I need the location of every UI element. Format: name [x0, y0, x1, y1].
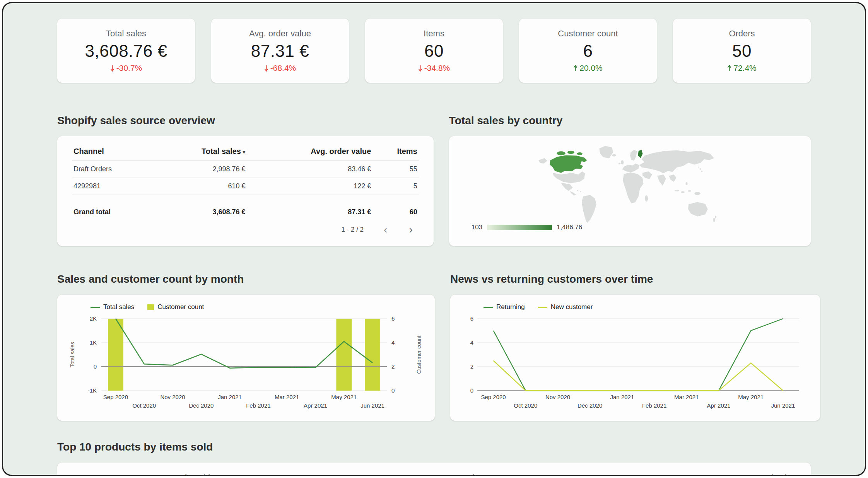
sales-source-card: Channel Total sales▾ Avg. order value It…: [57, 136, 434, 246]
bar-swatch-icon: [147, 304, 154, 310]
new-vs-returning-section: News vs returning customers over time Re…: [450, 273, 820, 421]
svg-text:Sep 2020: Sep 2020: [103, 394, 128, 400]
kpi-label: Items: [424, 29, 444, 39]
svg-text:1K: 1K: [90, 339, 97, 346]
new-vs-returning-line-chart: 6420Sep 2020Oct 2020Nov 2020Dec 2020Jan …: [461, 314, 809, 411]
kpi-label: Total sales: [106, 29, 146, 39]
pagination-next-button[interactable]: ›: [407, 224, 414, 235]
map-color-legend: 103 1,486.76: [472, 224, 583, 231]
kpi-delta: -30.7%: [110, 63, 142, 73]
kpi-delta: -34.8%: [418, 63, 450, 73]
sales-customer-month-title: Sales and customer count by month: [57, 273, 435, 285]
column-header-total-sales[interactable]: Total sales▾: [154, 142, 247, 161]
world-map: [502, 142, 757, 226]
line-swatch-icon: [91, 307, 100, 308]
svg-text:Feb 2021: Feb 2021: [642, 402, 666, 409]
svg-text:Jun 2021: Jun 2021: [771, 402, 795, 409]
svg-text:0: 0: [94, 363, 97, 370]
top-products-title: Top 10 products by items sold: [57, 441, 811, 453]
returning-line-swatch-icon: [484, 307, 493, 308]
svg-text:May 2021: May 2021: [738, 394, 764, 400]
svg-text:Apr 2021: Apr 2021: [707, 402, 731, 409]
kpi-card-total-sales: Total sales 3,608.76 € -30.7%: [57, 19, 195, 83]
kpi-label: Avg. order value: [249, 29, 311, 39]
kpi-card-avg-order-value: Avg. order value 87.31 € -68.4%: [211, 19, 349, 83]
arrow-down-icon: [418, 65, 422, 72]
svg-text:Feb 2021: Feb 2021: [246, 402, 270, 409]
svg-text:Dec 2020: Dec 2020: [578, 402, 602, 409]
legend-customer-count: Customer count: [147, 303, 204, 311]
svg-text:2: 2: [470, 363, 473, 370]
kpi-delta: 20.0%: [573, 63, 603, 73]
line-chart-card: Returning New customer 6420Sep 2020Oct 2…: [450, 295, 820, 421]
top-products-card: Image Product title Orders▾ Items Total …: [57, 463, 811, 476]
svg-text:2K: 2K: [90, 315, 97, 322]
arrow-up-icon: [727, 65, 731, 72]
top-products-section: Top 10 products by items sold Image Prod…: [3, 441, 865, 476]
sales-by-country-section: Total sales by country: [449, 114, 811, 246]
column-header-channel: Channel: [72, 142, 154, 161]
map-card: 103 1,486.76: [449, 136, 811, 246]
kpi-label: Orders: [729, 29, 755, 39]
svg-text:Apr 2021: Apr 2021: [304, 402, 327, 409]
svg-text:Jun 2021: Jun 2021: [361, 402, 384, 409]
svg-text:-1K: -1K: [88, 387, 97, 394]
arrow-down-icon: [264, 65, 268, 72]
legend-returning: Returning: [484, 303, 525, 311]
table-row: Draft Orders2,998.76 €83.46 €55: [72, 161, 419, 178]
svg-text:2: 2: [391, 363, 395, 370]
table-pagination: 1 - 2 / 2 ‹ ›: [72, 220, 419, 235]
column-header-orders[interactable]: Orders▾: [398, 473, 490, 476]
top-products-header: Image Product title Orders▾ Items Total …: [73, 470, 795, 476]
kpi-card-orders: Orders 50 72.4%: [673, 19, 811, 83]
sales-source-section: Shopify sales source overview Channel To…: [57, 114, 434, 246]
svg-text:Nov 2020: Nov 2020: [160, 394, 185, 400]
sort-desc-icon: ▾: [243, 149, 246, 155]
svg-text:Jan 2021: Jan 2021: [218, 394, 242, 400]
kpi-value: 3,608.76 €: [85, 41, 167, 61]
new-customer-line-swatch-icon: [538, 307, 547, 308]
svg-text:Sep 2020: Sep 2020: [481, 394, 506, 400]
svg-text:0: 0: [391, 387, 395, 394]
map-country-finland[interactable]: [638, 150, 643, 158]
kpi-value: 60: [424, 41, 444, 61]
legend-min-value: 103: [472, 224, 482, 231]
svg-text:Total sales: Total sales: [69, 342, 75, 367]
svg-text:Nov 2020: Nov 2020: [545, 394, 570, 400]
line-chart-legend: Returning New customer: [461, 302, 809, 312]
column-header-items: Items: [490, 473, 663, 476]
column-header-total-sales: Total sales: [663, 473, 795, 476]
sales-source-body: Draft Orders2,998.76 €83.46 €55 42929816…: [72, 161, 419, 195]
combo-chart-legend: Total sales Customer count: [68, 302, 424, 312]
svg-text:Customer count: Customer count: [416, 335, 422, 374]
svg-text:Jan 2021: Jan 2021: [610, 394, 634, 400]
kpi-card-items: Items 60 -34.8%: [365, 19, 503, 83]
svg-text:May 2021: May 2021: [331, 394, 357, 400]
kpi-value: 6: [583, 41, 593, 61]
kpi-value: 87.31 €: [251, 41, 309, 61]
svg-text:Oct 2020: Oct 2020: [132, 402, 156, 409]
sales-customer-combo-chart: 2K1K0-1K6420Sep 2020Oct 2020Nov 2020Dec …: [68, 314, 424, 411]
sales-source-table: Channel Total sales▾ Avg. order value It…: [72, 142, 419, 220]
arrow-down-icon: [110, 65, 114, 72]
kpi-card-customer-count: Customer count 6 20.0%: [519, 19, 657, 83]
kpi-value: 50: [732, 41, 752, 61]
kpi-label: Customer count: [558, 29, 618, 39]
svg-text:Oct 2020: Oct 2020: [514, 402, 537, 409]
new-vs-returning-title: News vs returning customers over time: [450, 273, 820, 285]
kpi-delta: -68.4%: [264, 63, 296, 73]
kpi-delta: 72.4%: [727, 63, 757, 73]
table-row: 4292981610 €122 €5: [72, 178, 419, 195]
svg-text:Mar 2021: Mar 2021: [674, 394, 699, 400]
gradient-scale-bar: [487, 225, 552, 230]
combo-chart-card: Total sales Customer count 2K1K0-1K6420S…: [57, 295, 435, 421]
svg-text:Dec 2020: Dec 2020: [189, 402, 214, 409]
svg-text:0: 0: [470, 387, 473, 394]
map-country-canada[interactable]: [550, 151, 587, 173]
svg-text:4: 4: [391, 339, 395, 346]
pagination-prev-button[interactable]: ‹: [382, 224, 389, 235]
svg-text:4: 4: [470, 339, 473, 346]
dashboard-frame: Total sales 3,608.76 € -30.7% Avg. order…: [2, 2, 866, 476]
sales-customer-month-section: Sales and customer count by month Total …: [57, 273, 435, 421]
svg-text:6: 6: [470, 315, 473, 322]
